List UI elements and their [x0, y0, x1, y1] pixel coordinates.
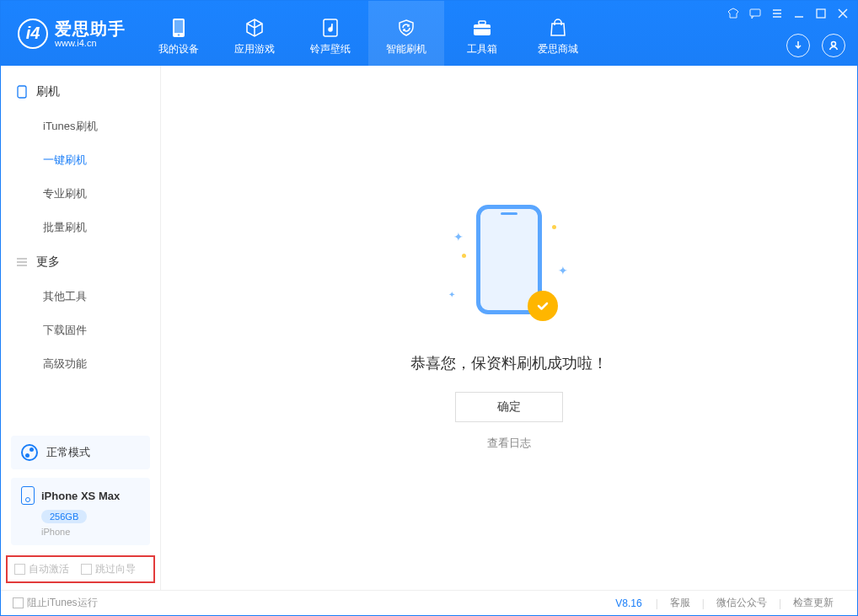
wechat-link[interactable]: 微信公众号	[705, 596, 779, 610]
status-bar: 阻止iTunes运行 V8.16 | 客服 | 微信公众号 | 检查更新	[1, 590, 857, 615]
refresh-shield-icon	[396, 17, 416, 39]
device-type: iPhone	[41, 527, 140, 537]
device-card[interactable]: iPhone XS Max 256GB iPhone	[11, 478, 150, 545]
nav-toolbox[interactable]: 工具箱	[444, 1, 520, 66]
device-icon	[171, 17, 186, 39]
main-panel: ✦✦✦ 恭喜您，保资料刷机成功啦！ 确定 查看日志	[161, 66, 857, 590]
account-button[interactable]	[822, 34, 845, 57]
logo: i4 爱思助手 www.i4.cn	[1, 1, 141, 66]
device-small-icon	[21, 486, 35, 505]
nav-apps[interactable]: 应用游戏	[217, 1, 292, 66]
logo-icon: i4	[18, 19, 48, 49]
mode-icon	[21, 444, 38, 461]
svg-rect-8	[817, 9, 825, 18]
music-file-icon	[321, 17, 340, 39]
checkbox-icon	[14, 564, 25, 575]
svg-rect-10	[18, 86, 26, 98]
svg-point-9	[832, 42, 836, 46]
phone-outline-icon	[16, 86, 28, 98]
toolbox-icon	[472, 17, 492, 39]
highlighted-options: 自动激活 跳过向导	[6, 555, 155, 583]
success-message: 恭喜您，保资料刷机成功啦！	[410, 353, 608, 373]
header: i4 爱思助手 www.i4.cn 我的设备 应用游戏 铃声壁纸 智能刷机	[1, 1, 857, 66]
sidebar-item-advanced[interactable]: 高级功能	[1, 347, 160, 381]
check-badge-icon	[528, 291, 558, 321]
sidebar-item-pro-flash[interactable]: 专业刷机	[1, 177, 160, 211]
top-nav: 我的设备 应用游戏 铃声壁纸 智能刷机 工具箱 爱思商城	[141, 1, 596, 66]
cube-icon	[244, 17, 265, 39]
success-illustration: ✦✦✦	[425, 205, 593, 331]
sidebar-section-title: 刷机	[36, 84, 60, 99]
sidebar-section-more[interactable]: 更多	[1, 244, 160, 280]
skin-icon[interactable]	[726, 6, 741, 21]
svg-point-2	[178, 34, 180, 35]
bag-icon	[549, 17, 567, 39]
sidebar-item-download-firmware[interactable]: 下载固件	[1, 313, 160, 347]
sidebar-section-flash[interactable]: 刷机	[1, 74, 160, 110]
view-log-link[interactable]: 查看日志	[487, 436, 531, 451]
app-title: 爱思助手	[55, 19, 126, 38]
minimize-icon[interactable]	[791, 6, 807, 21]
sidebar-section-title: 更多	[36, 254, 60, 270]
checkbox-auto-activate[interactable]: 自动激活	[14, 562, 69, 576]
sidebar-item-itunes-flash[interactable]: iTunes刷机	[1, 110, 160, 143]
nav-mall[interactable]: 爱思商城	[520, 1, 596, 66]
svg-rect-7	[750, 9, 760, 16]
svg-rect-4	[474, 24, 491, 35]
sidebar: 刷机 iTunes刷机 一键刷机 专业刷机 批量刷机 更多 其他工具 下载固件 …	[1, 66, 161, 590]
checkbox-skip-guide[interactable]: 跳过向导	[81, 562, 136, 576]
checkbox-block-itunes[interactable]: 阻止iTunes运行	[13, 596, 98, 610]
mode-card[interactable]: 正常模式	[11, 436, 150, 469]
svg-rect-5	[479, 21, 485, 24]
list-icon	[16, 256, 28, 268]
checkbox-icon	[81, 564, 92, 575]
svg-rect-6	[474, 28, 491, 29]
sidebar-item-onekey-flash[interactable]: 一键刷机	[1, 143, 160, 177]
app-url: www.i4.cn	[55, 38, 126, 48]
support-link[interactable]: 客服	[658, 596, 702, 610]
mode-label: 正常模式	[46, 445, 90, 460]
device-capacity: 256GB	[41, 510, 87, 523]
nav-ringtones[interactable]: 铃声壁纸	[292, 1, 368, 66]
svg-rect-1	[174, 20, 183, 33]
download-button[interactable]	[786, 34, 810, 57]
maximize-icon[interactable]	[813, 6, 829, 21]
menu-icon[interactable]	[770, 6, 785, 21]
window-controls	[726, 6, 850, 21]
version-label: V8.16	[615, 597, 641, 609]
sidebar-item-batch-flash[interactable]: 批量刷机	[1, 211, 160, 244]
ok-button[interactable]: 确定	[455, 392, 563, 422]
checkbox-icon	[13, 597, 24, 608]
nav-flash[interactable]: 智能刷机	[368, 1, 444, 66]
sidebar-item-other-tools[interactable]: 其他工具	[1, 280, 160, 313]
nav-my-device[interactable]: 我的设备	[141, 1, 217, 66]
device-name: iPhone XS Max	[41, 490, 120, 502]
check-update-link[interactable]: 检查更新	[781, 596, 845, 610]
close-icon[interactable]	[835, 6, 850, 21]
feedback-icon[interactable]	[748, 6, 763, 21]
